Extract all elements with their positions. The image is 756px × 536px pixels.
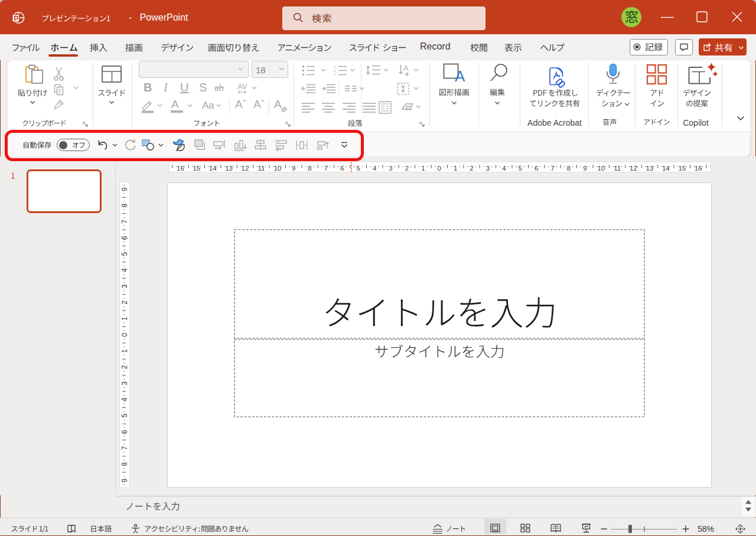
svg-text:1: 1	[120, 316, 129, 321]
svg-text:8: 8	[120, 462, 129, 466]
svg-text:6: 6	[120, 430, 129, 434]
svg-text:5: 5	[120, 252, 129, 256]
svg-text:6: 6	[120, 236, 129, 240]
svg-text:0: 0	[120, 333, 129, 337]
svg-text:3: 3	[120, 284, 129, 288]
svg-text:4: 4	[120, 268, 129, 272]
svg-text:3: 3	[120, 381, 129, 385]
svg-text:8: 8	[120, 203, 129, 207]
svg-text:2: 2	[120, 300, 129, 305]
svg-text:1: 1	[120, 349, 129, 353]
svg-text:7: 7	[120, 220, 129, 224]
svg-text:7: 7	[120, 446, 129, 450]
svg-text:4: 4	[120, 397, 129, 401]
svg-text:9: 9	[120, 478, 129, 482]
svg-text:9: 9	[120, 187, 129, 191]
svg-text:5: 5	[120, 414, 129, 418]
svg-text:2: 2	[120, 365, 129, 369]
